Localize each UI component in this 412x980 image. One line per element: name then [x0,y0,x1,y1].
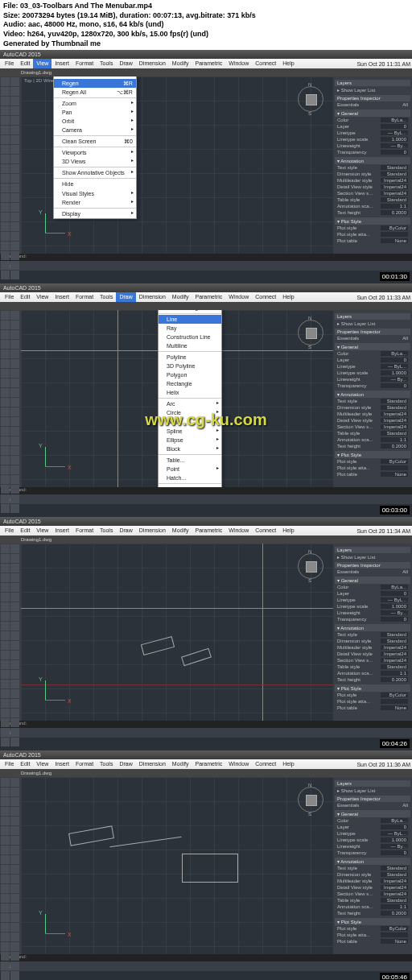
right-panel[interactable]: Layers▸ Show Layer ListProperties Inspec… [333,76,412,254]
menu-window[interactable]: Window [225,759,252,769]
prop-row[interactable]: Dimension styleStandard [335,171,410,177]
tool-icon[interactable] [10,330,19,339]
prop-row[interactable]: Text styleStandard [335,865,410,871]
prop-row[interactable]: Layer0 [335,123,410,130]
prop-row[interactable]: ColorByLa... [335,117,410,123]
tool-icon[interactable] [1,504,10,513]
viewcube[interactable]: NS [295,550,327,582]
menu-connect[interactable]: Connect [252,759,279,769]
menu-view[interactable]: View [33,59,52,68]
prop-row[interactable]: Detail View styleImperial24 [335,884,410,891]
tool-icon[interactable] [1,242,10,250]
menu-item-block[interactable]: Block [159,445,221,453]
tool-icon[interactable] [1,251,10,260]
panel-properties-header[interactable]: Properties Inspector [335,329,410,335]
prop-row[interactable]: Linetype scale1.0000 [335,136,410,143]
tool-icon[interactable] [1,97,10,105]
tool-icon[interactable] [1,320,10,329]
menu-connect[interactable]: Connect [252,292,279,302]
tool-icon[interactable] [10,77,19,86]
tool-icon[interactable] [10,593,19,602]
tool-icon[interactable] [1,427,10,436]
tool-icon[interactable] [1,855,10,864]
menu-parametric[interactable]: Parametric [192,59,225,68]
tool-icon[interactable] [1,446,10,455]
tool-icon[interactable] [10,961,19,970]
prop-row[interactable]: Multileader styleImperial24 [335,644,410,651]
tool-icon[interactable] [1,378,10,387]
tool-icon[interactable] [10,913,19,922]
prop-row[interactable]: Plot styleByColor [335,225,410,231]
tool-icon[interactable] [1,932,10,941]
viewport[interactable]: Top | 2D Wireframe YX NS RedrawRegen⌘RRe… [21,76,333,254]
menu-item-clean-screen[interactable]: Clean Screen⌘0 [54,137,136,146]
prop-row[interactable]: Plot styleByColor [335,458,410,465]
tool-icon[interactable] [10,583,19,592]
menu-dimension[interactable]: Dimension [136,526,169,535]
menu-parametric[interactable]: Parametric [192,526,225,535]
tool-icon[interactable] [10,456,19,465]
tool-icon[interactable] [10,398,19,407]
tool-icon[interactable] [1,311,10,320]
menu-edit[interactable]: Edit [17,59,33,68]
tool-icon[interactable] [10,359,19,368]
document-tabs[interactable]: Drawing1.dwg [0,535,412,544]
tool-icon[interactable] [1,369,10,378]
tool-icon[interactable] [1,961,10,970]
section-general[interactable]: ▾ General [335,577,410,584]
tool-icon[interactable] [1,126,10,134]
menu-item-3d-modeling[interactable]: 3D Modeling [159,310,221,312]
tool-icon[interactable] [1,593,10,602]
section-general[interactable]: ▾ General [335,110,410,117]
panel-properties-header[interactable]: Properties Inspector [335,796,410,802]
tool-icon[interactable] [1,709,10,717]
viewcube[interactable]: NS [295,316,327,349]
prop-row[interactable]: Transparency0 [335,616,410,622]
tool-icon[interactable] [10,97,19,105]
viewport[interactable]: YX NS [21,544,333,721]
section-annotation[interactable]: ▾ Annotation [335,157,410,164]
tool-icon[interactable] [1,564,10,573]
tool-icon[interactable] [1,213,10,221]
tool-icon[interactable] [1,680,10,688]
tool-icon[interactable] [10,622,19,631]
essentials-tabs[interactable]: EssentialsAll [335,335,410,341]
tool-icon[interactable] [10,320,19,329]
menu-item-table-[interactable]: Table... [159,456,221,465]
prop-row[interactable]: Plot tableNone [335,471,410,478]
command-line[interactable]: Command: [0,721,412,728]
status-bar[interactable]: Model [0,961,412,971]
prop-row[interactable]: Layer0 [335,590,410,597]
menubar[interactable]: File Edit View Insert Format Tools Draw … [0,59,412,68]
tool-icon[interactable] [1,602,10,611]
tool-icon[interactable] [1,465,10,474]
prop-row[interactable]: Lineweight— By... [335,143,410,149]
tool-icon[interactable] [10,446,19,455]
tool-icon[interactable] [1,788,10,796]
tool-icon[interactable] [1,612,10,621]
prop-row[interactable]: Linetype scale1.0000 [335,370,410,376]
menu-item-polyline[interactable]: Polyline [159,353,221,362]
menu-format[interactable]: Format [72,526,97,535]
tool-icon[interactable] [1,817,10,825]
section-general[interactable]: ▾ General [335,343,410,350]
prop-row[interactable]: Lineweight— By... [335,610,410,616]
tool-icon[interactable] [1,738,10,746]
essentials-tabs[interactable]: EssentialsAll [335,101,410,108]
viewcube[interactable]: NS [295,83,327,115]
menu-insert[interactable]: Insert [52,526,72,535]
menu-item-visual-styles[interactable]: Visual Styles [54,189,136,198]
menu-item-rectangle[interactable]: Rectangle [159,379,221,388]
tool-icon[interactable] [1,193,10,202]
tool-icon[interactable] [1,106,10,115]
menu-tools[interactable]: Tools [97,759,116,769]
left-toolbar[interactable] [0,76,21,254]
menubar[interactable]: File Edit View Insert Format Tools Draw … [0,526,412,535]
tool-icon[interactable] [1,797,10,806]
prop-row[interactable]: Text styleStandard [335,398,410,404]
prop-row[interactable]: Plot tableNone [335,938,410,945]
tool-icon[interactable] [10,602,19,611]
menu-dimension[interactable]: Dimension [136,759,169,769]
tool-icon[interactable] [1,923,10,932]
tool-icon[interactable] [1,232,10,241]
